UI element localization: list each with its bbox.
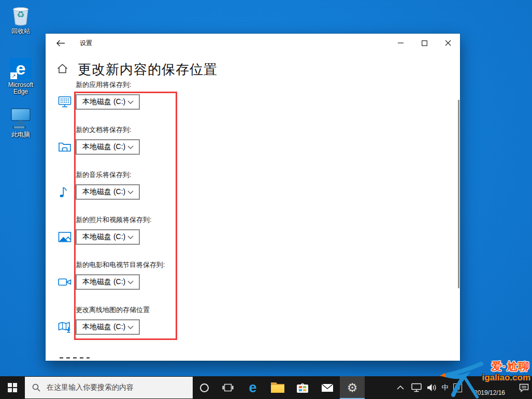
maps-icon <box>58 320 71 334</box>
save-group-label: 新的应用将保存到: <box>76 80 132 90</box>
action-center-icon <box>519 383 529 392</box>
network-tray-button[interactable] <box>409 376 424 399</box>
ime-language-indicator[interactable]: 中 <box>439 376 451 399</box>
mail-icon <box>321 383 334 392</box>
scrollbar-thumb[interactable] <box>458 100 459 288</box>
apps-icon <box>58 95 71 109</box>
save-group-label: 新的音乐将保存到: <box>76 170 132 180</box>
file-explorer-button[interactable] <box>265 376 290 399</box>
cortana-icon <box>200 383 209 392</box>
clock[interactable]: 2019/12/16 <box>465 376 514 399</box>
ime-mode-indicator[interactable]: 拼 <box>451 376 464 399</box>
save-group-photos: 新的照片和视频将保存到:本地磁盘 (C:) <box>58 215 213 246</box>
save-group-label: 更改离线地图的存储位置 <box>76 305 150 315</box>
windows-logo-icon <box>8 383 17 392</box>
edge-icon: e ↗ <box>4 57 37 81</box>
back-button[interactable] <box>50 34 71 52</box>
search-input[interactable]: 在这里输入你要搜索的内容 <box>25 377 193 398</box>
drive-dropdown[interactable]: 本地磁盘 (C:) <box>76 229 140 245</box>
maximize-button[interactable] <box>412 34 436 52</box>
chevron-up-icon <box>397 386 404 390</box>
search-placeholder: 在这里输入你要搜索的内容 <box>47 383 134 392</box>
taskbar: 在这里输入你要搜索的内容 e <box>0 376 532 399</box>
video-icon <box>58 275 71 289</box>
file-explorer-icon <box>271 382 284 393</box>
chevron-down-icon <box>127 235 134 239</box>
settings-taskbar-button[interactable]: ⚙ <box>340 376 365 399</box>
edge-taskbar-button[interactable]: e <box>240 376 265 399</box>
save-group-music: 新的音乐将保存到:本地磁盘 (C:) <box>58 170 213 201</box>
save-group-video: 新的电影和电视节目将保存到:本地磁盘 (C:) <box>58 260 213 291</box>
desktop-icon-label: 回收站 <box>4 28 37 35</box>
home-icon <box>57 64 68 76</box>
store-button[interactable] <box>290 376 315 399</box>
desktop-icon-this-pc[interactable]: 此电脑 <box>4 107 37 138</box>
save-group-apps: 新的应用将保存到:本地磁盘 (C:) <box>58 80 213 111</box>
photos-icon <box>58 230 71 244</box>
edge-icon: e <box>249 381 256 395</box>
gear-icon: ⚙ <box>347 382 358 394</box>
drive-dropdown[interactable]: 本地磁盘 (C:) <box>76 139 140 155</box>
chevron-down-icon <box>127 280 134 284</box>
chevron-down-icon <box>127 145 134 149</box>
drive-dropdown[interactable]: 本地磁盘 (C:) <box>76 184 140 200</box>
chevron-down-icon <box>127 190 134 194</box>
shortcut-arrow-icon: ↗ <box>10 72 17 79</box>
save-group-maps: 更改离线地图的存储位置本地磁盘 (C:) <box>58 305 213 336</box>
window-title: 设置 <box>80 34 92 52</box>
save-group-label: 新的电影和电视节目将保存到: <box>76 260 165 270</box>
task-view-button[interactable] <box>215 376 240 399</box>
show-hidden-icons-button[interactable] <box>394 376 407 399</box>
save-group-label: 新的文档将保存到: <box>76 125 132 135</box>
desktop-icon-recycle-bin[interactable]: ♻ 回收站 <box>4 3 37 35</box>
volume-tray-button[interactable] <box>425 376 438 399</box>
desktop-icon-label: 此电脑 <box>4 131 37 138</box>
recycle-symbol: ♻ <box>4 9 37 20</box>
save-group-documents: 新的文档将保存到:本地磁盘 (C:) <box>58 125 213 156</box>
speaker-icon <box>427 383 437 392</box>
chevron-down-icon <box>127 326 134 329</box>
settings-window: 设置 更改新内容的保存位置 新的应用将保存到:本地磁盘 (C:) 新的文档将保存… <box>46 34 460 361</box>
save-location-groups: 新的应用将保存到:本地磁盘 (C:) 新的文档将保存到:本地磁盘 (C:) 新的… <box>58 80 441 356</box>
drive-dropdown[interactable]: 本地磁盘 (C:) <box>76 319 140 335</box>
drive-dropdown[interactable]: 本地磁盘 (C:) <box>76 274 140 290</box>
cortana-button[interactable] <box>193 376 215 399</box>
clipped-text <box>60 357 90 359</box>
desktop-icon-microsoft-edge[interactable]: e ↗ Microsoft Edge <box>4 57 37 95</box>
store-icon <box>296 382 309 393</box>
titlebar[interactable]: 设置 <box>46 34 460 52</box>
action-center-button[interactable] <box>516 376 531 399</box>
drive-dropdown[interactable]: 本地磁盘 (C:) <box>76 94 140 110</box>
ethernet-icon <box>411 383 422 392</box>
page-title: 更改新内容的保存位置 <box>78 61 218 79</box>
save-group-label: 新的照片和视频将保存到: <box>76 215 152 225</box>
close-button[interactable] <box>436 34 460 52</box>
task-view-icon <box>222 383 234 392</box>
search-icon <box>32 383 40 392</box>
recycle-bin-icon: ♻ <box>4 3 37 27</box>
documents-icon <box>58 140 71 154</box>
minimize-button[interactable] <box>389 34 412 52</box>
chevron-down-icon <box>127 100 134 104</box>
watermark-title: 爱·尬聊 <box>491 359 529 374</box>
this-pc-icon <box>4 107 37 130</box>
tray-date: 2019/12/16 <box>474 389 505 396</box>
start-button[interactable] <box>0 376 25 399</box>
music-icon <box>58 185 71 199</box>
desktop-icon-label: Microsoft Edge <box>4 82 37 95</box>
mail-button[interactable] <box>315 376 340 399</box>
